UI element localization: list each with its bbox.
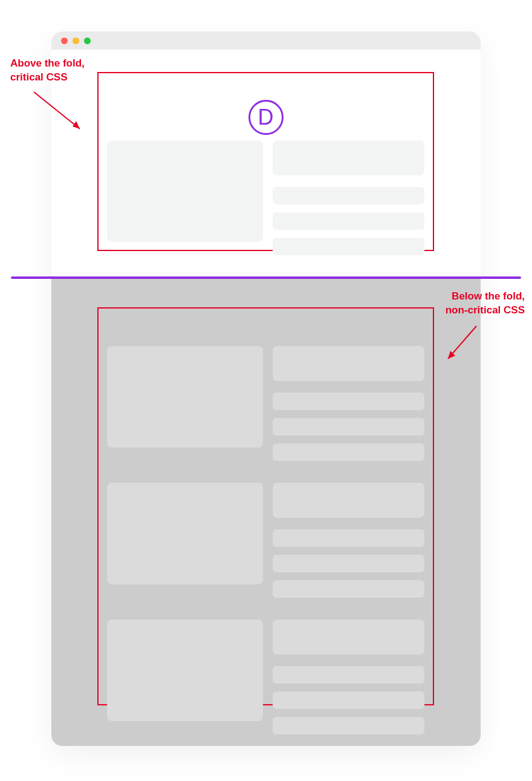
placeholder-image-block — [107, 140, 263, 242]
placeholder-text-column — [273, 140, 424, 255]
logo-letter: D — [258, 105, 274, 130]
placeholder-text-bar — [273, 238, 424, 255]
window-maximize-button[interactable] — [84, 38, 91, 44]
content-row-below — [107, 346, 424, 461]
placeholder-text-bar — [273, 555, 424, 572]
divi-logo-icon: D — [248, 100, 284, 135]
svg-marker-1 — [73, 121, 80, 129]
placeholder-text-bar — [273, 529, 424, 547]
content-row-below — [107, 619, 424, 734]
placeholder-image-block — [107, 483, 263, 584]
placeholder-text-bar — [273, 443, 424, 461]
placeholder-text-bar — [273, 212, 424, 230]
placeholder-heading-bar — [273, 140, 424, 175]
fold-divider-line — [11, 276, 521, 279]
placeholder-text-bar — [273, 691, 424, 709]
annotation-line: Above the fold, — [10, 57, 85, 71]
window-close-button[interactable] — [61, 38, 68, 44]
content-row-below — [107, 483, 424, 598]
annotation-line: critical CSS — [10, 71, 85, 85]
below-fold-annotation: Below the fold, non-critical CSS — [446, 290, 525, 318]
placeholder-heading-bar — [273, 483, 424, 518]
content-row-above — [107, 140, 424, 255]
placeholder-text-column — [273, 346, 424, 461]
placeholder-heading-bar — [273, 619, 424, 655]
browser-content: D — [51, 50, 481, 746]
annotation-line: non-critical CSS — [446, 304, 525, 318]
placeholder-image-block — [107, 346, 263, 448]
placeholder-text-bar — [273, 580, 424, 598]
arrow-icon — [31, 90, 85, 135]
placeholder-text-column — [273, 483, 424, 598]
above-fold-highlight-box: D — [97, 72, 434, 251]
placeholder-text-bar — [273, 717, 424, 734]
above-fold-region: D — [51, 50, 481, 278]
placeholder-text-column — [273, 619, 424, 734]
placeholder-image-block — [107, 619, 263, 721]
window-minimize-button[interactable] — [73, 38, 79, 44]
below-fold-highlight-box — [97, 307, 434, 705]
placeholder-text-bar — [273, 418, 424, 436]
annotation-line: Below the fold, — [446, 290, 525, 304]
above-fold-annotation: Above the fold, critical CSS — [10, 57, 85, 85]
below-fold-region — [51, 278, 481, 746]
svg-line-0 — [34, 92, 80, 129]
traffic-lights — [61, 38, 91, 44]
browser-topbar — [51, 31, 481, 50]
placeholder-text-bar — [273, 393, 424, 410]
placeholder-heading-bar — [273, 346, 424, 381]
placeholder-text-bar — [273, 187, 424, 204]
browser-mockup: D — [51, 31, 481, 746]
arrow-icon — [443, 324, 479, 369]
placeholder-text-bar — [273, 666, 424, 684]
